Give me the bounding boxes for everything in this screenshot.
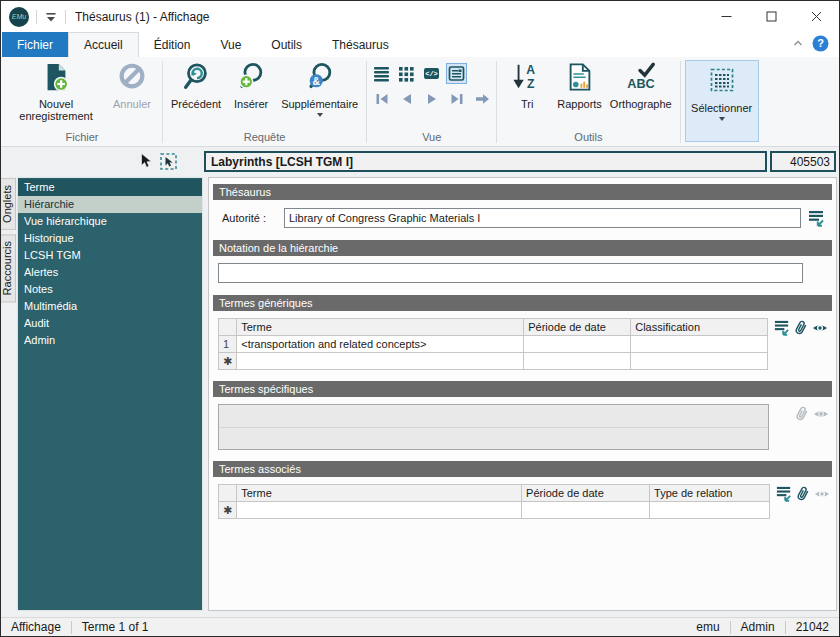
select-label: Sélectionner <box>691 102 752 114</box>
generic-terms-table[interactable]: Terme Période de date Classification 1 <… <box>218 318 768 370</box>
table-row[interactable]: 1 <transportation and related concepts> <box>219 336 768 353</box>
tab-outils[interactable]: Outils <box>256 32 317 57</box>
specific-terms-icons <box>788 405 830 426</box>
column-header-periode[interactable]: Période de date <box>522 485 650 502</box>
reports-button[interactable]: Rapports <box>553 59 606 110</box>
minimize-button[interactable] <box>704 1 749 32</box>
cell-classification[interactable] <box>631 353 768 370</box>
tab-fichier[interactable]: Fichier <box>2 32 68 57</box>
section-header-thesaurus: Thésaurus <box>213 184 832 200</box>
tab-vue[interactable]: Vue <box>205 32 256 57</box>
sort-button[interactable]: A Z Tri <box>501 59 553 110</box>
status-pid: 21042 <box>786 620 839 634</box>
goto-record-button[interactable] <box>471 88 492 109</box>
associated-terms-table[interactable]: Terme Période de date Type de relation ✱ <box>218 484 770 519</box>
maximize-button[interactable] <box>749 1 794 32</box>
previous-query-button[interactable]: Précédent <box>167 59 225 110</box>
lookup-list-icon[interactable] <box>773 319 791 340</box>
additional-query-button[interactable]: & Supplémentaire <box>277 59 362 117</box>
details-view-button[interactable] <box>446 63 467 84</box>
sidebar-item-hierarchie[interactable]: Hiérarchie <box>18 196 202 213</box>
insert-button[interactable]: Insérer <box>225 59 277 110</box>
cell-periode[interactable] <box>522 502 650 519</box>
generic-terms-block: Terme Période de date Classification 1 <… <box>212 314 833 378</box>
cell-classification[interactable] <box>631 336 768 353</box>
pointer-cursor-icon[interactable] <box>138 153 155 170</box>
authority-label: Autorité : <box>222 212 284 224</box>
attach-icon[interactable] <box>792 319 810 340</box>
lookup-list-icon[interactable] <box>801 209 831 228</box>
ribbon-group-requete: Précédent Insérer <box>164 58 365 146</box>
attach-icon[interactable] <box>794 485 812 506</box>
sidebar-item-notes[interactable]: Notes <box>18 281 202 298</box>
sidebar-item-alertes[interactable]: Alertes <box>18 264 202 281</box>
last-record-button[interactable] <box>446 88 467 109</box>
side-tab-raccourcis[interactable]: Raccourcis <box>1 234 16 302</box>
column-header-terme[interactable]: Terme <box>237 319 524 336</box>
first-record-button[interactable] <box>371 88 392 109</box>
cell-periode[interactable] <box>524 336 631 353</box>
xml-view-button[interactable]: </> <box>421 63 442 84</box>
sidebar-item-lcsh-tgm[interactable]: LCSH TGM <box>18 247 202 264</box>
sidebar-item-terme[interactable]: Terme <box>18 179 202 196</box>
lookup-list-icon[interactable] <box>775 485 793 506</box>
last-record-icon <box>449 91 465 107</box>
ribbon-separator <box>680 61 681 143</box>
associated-terms-icons <box>770 485 831 506</box>
svg-text:&: & <box>312 76 320 87</box>
insert-label: Insérer <box>234 98 268 110</box>
quick-access-customize-icon[interactable] <box>44 10 58 24</box>
tab-edition[interactable]: Édition <box>139 32 206 57</box>
attach-icon-disabled <box>793 405 811 426</box>
notation-input[interactable] <box>218 263 803 283</box>
collapse-ribbon-icon[interactable] <box>792 37 804 52</box>
close-button[interactable] <box>794 1 839 32</box>
view-attachment-icon[interactable] <box>811 319 829 340</box>
list-view-button[interactable] <box>371 63 392 84</box>
status-record-position: Terme 1 of 1 <box>72 620 159 634</box>
sidebar-item-historique[interactable]: Historique <box>18 230 202 247</box>
ribbon-group-selectionner: Sélectionner <box>682 58 762 146</box>
cell-terme[interactable] <box>237 353 524 370</box>
chevron-down-icon <box>719 117 725 121</box>
cell-terme[interactable] <box>237 502 522 519</box>
select-button[interactable]: Sélectionner <box>685 60 759 142</box>
window-title: Thésaurus (1) - Affichage <box>75 10 210 24</box>
column-header-classification[interactable]: Classification <box>631 319 768 336</box>
help-icon[interactable]: ? <box>812 35 829 55</box>
authority-input[interactable] <box>284 208 801 228</box>
tab-thesaurus[interactable]: Thésaurus <box>317 32 404 57</box>
next-record-icon <box>424 91 440 107</box>
sidebar-item-vue-hierarchique[interactable]: Vue hiérarchique <box>18 213 202 230</box>
previous-record-button[interactable] <box>396 88 417 109</box>
details-view-icon <box>448 65 465 82</box>
ribbon-tab-row: Fichier Accueil Édition Vue Outils Thésa… <box>1 32 839 57</box>
cancel-label: Annuler <box>113 98 151 110</box>
side-tab-onglets[interactable]: Onglets <box>1 178 16 230</box>
sidebar-item-audit[interactable]: Audit <box>18 315 202 332</box>
cancel-button[interactable]: Annuler <box>106 59 158 110</box>
column-header-type-relation[interactable]: Type de relation <box>650 485 770 502</box>
section-header-associated-terms: Termes associés <box>213 461 832 477</box>
svg-text:Z: Z <box>527 77 535 91</box>
new-row[interactable]: ✱ <box>219 502 770 519</box>
new-record-button[interactable]: Nouvel enregistrement <box>6 59 106 122</box>
next-record-button[interactable] <box>421 88 442 109</box>
cell-terme[interactable]: <transportation and related concepts> <box>237 336 524 353</box>
spelling-button[interactable]: ABC Orthographe <box>606 59 676 110</box>
section-header-notation: Notation de la hiérarchie <box>213 240 832 256</box>
sidebar-item-multimedia[interactable]: Multimédia <box>18 298 202 315</box>
tab-accueil[interactable]: Accueil <box>68 32 139 57</box>
cell-type-relation[interactable] <box>650 502 770 519</box>
previous-query-label: Précédent <box>171 98 221 110</box>
column-header-terme[interactable]: Terme <box>237 485 522 502</box>
ribbon-separator <box>496 61 497 143</box>
side-tab-strip: Onglets Raccourcis <box>1 177 17 611</box>
contact-sheet-view-button[interactable] <box>396 63 417 84</box>
sidebar-item-admin[interactable]: Admin <box>18 332 202 349</box>
select-region-icon[interactable] <box>160 153 177 170</box>
cell-periode[interactable] <box>524 353 631 370</box>
new-row[interactable]: ✱ <box>219 353 768 370</box>
section-header-generic-terms: Termes génériques <box>213 295 832 311</box>
column-header-periode[interactable]: Période de date <box>524 319 631 336</box>
